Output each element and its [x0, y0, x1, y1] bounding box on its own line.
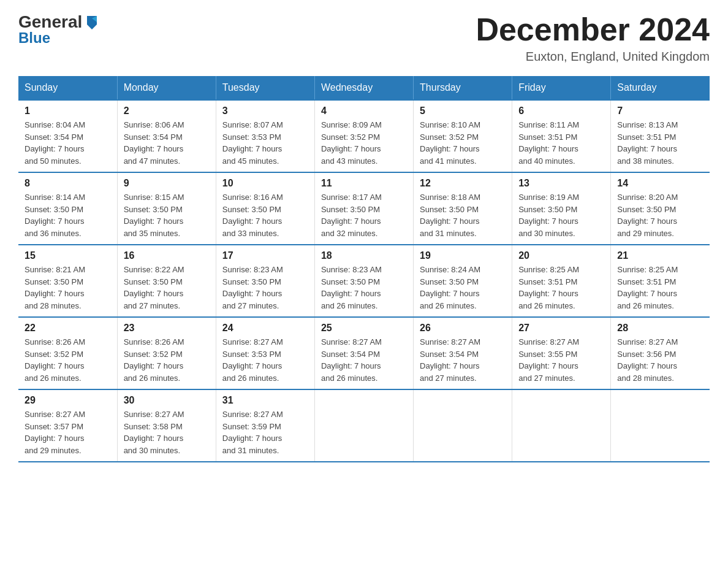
day-info: Sunrise: 8:26 AMSunset: 3:52 PMDaylight:… [124, 336, 210, 384]
calendar-cell: 20Sunrise: 8:25 AMSunset: 3:51 PMDayligh… [512, 245, 611, 317]
day-number: 29 [25, 395, 111, 406]
day-number: 31 [222, 395, 308, 406]
day-number: 14 [617, 178, 703, 189]
calendar-cell: 10Sunrise: 8:16 AMSunset: 3:50 PMDayligh… [216, 172, 314, 245]
calendar-cell: 27Sunrise: 8:27 AMSunset: 3:55 PMDayligh… [512, 317, 611, 389]
calendar-cell: 11Sunrise: 8:17 AMSunset: 3:50 PMDayligh… [314, 172, 413, 245]
day-number: 21 [617, 250, 703, 261]
day-info: Sunrise: 8:19 AMSunset: 3:50 PMDaylight:… [518, 191, 604, 239]
day-info: Sunrise: 8:27 AMSunset: 3:56 PMDaylight:… [617, 336, 703, 384]
calendar-week-row: 22Sunrise: 8:26 AMSunset: 3:52 PMDayligh… [18, 317, 710, 389]
day-info: Sunrise: 8:06 AMSunset: 3:54 PMDaylight:… [124, 119, 210, 167]
day-number: 9 [124, 178, 210, 189]
header-sunday: Sunday [18, 76, 117, 100]
calendar-cell [414, 389, 512, 462]
day-number: 2 [124, 105, 210, 117]
calendar-cell: 7Sunrise: 8:13 AMSunset: 3:51 PMDaylight… [611, 100, 710, 172]
day-number: 15 [25, 250, 111, 261]
day-number: 24 [222, 323, 308, 334]
calendar-cell: 26Sunrise: 8:27 AMSunset: 3:54 PMDayligh… [414, 317, 512, 389]
calendar-cell [611, 389, 710, 462]
header-tuesday: Tuesday [216, 76, 314, 100]
calendar-cell [314, 389, 413, 462]
day-info: Sunrise: 8:18 AMSunset: 3:50 PMDaylight:… [420, 191, 506, 239]
day-info: Sunrise: 8:27 AMSunset: 3:54 PMDaylight:… [321, 336, 407, 384]
main-title: December 2024 [476, 12, 710, 47]
day-number: 8 [25, 178, 111, 189]
header-friday: Friday [512, 76, 611, 100]
calendar-cell: 24Sunrise: 8:27 AMSunset: 3:53 PMDayligh… [216, 317, 314, 389]
day-info: Sunrise: 8:25 AMSunset: 3:51 PMDaylight:… [518, 264, 604, 312]
day-info: Sunrise: 8:27 AMSunset: 3:59 PMDaylight:… [222, 408, 308, 456]
day-number: 13 [518, 178, 604, 189]
calendar-cell: 8Sunrise: 8:14 AMSunset: 3:50 PMDaylight… [18, 172, 117, 245]
calendar-cell: 21Sunrise: 8:25 AMSunset: 3:51 PMDayligh… [611, 245, 710, 317]
calendar-cell: 1Sunrise: 8:04 AMSunset: 3:54 PMDaylight… [18, 100, 117, 172]
calendar-cell: 16Sunrise: 8:22 AMSunset: 3:50 PMDayligh… [117, 245, 216, 317]
calendar-week-row: 1Sunrise: 8:04 AMSunset: 3:54 PMDaylight… [18, 100, 710, 172]
calendar-week-row: 8Sunrise: 8:14 AMSunset: 3:50 PMDaylight… [18, 172, 710, 245]
calendar-week-row: 15Sunrise: 8:21 AMSunset: 3:50 PMDayligh… [18, 245, 710, 317]
day-info: Sunrise: 8:23 AMSunset: 3:50 PMDaylight:… [222, 264, 308, 312]
calendar-header-row: SundayMondayTuesdayWednesdayThursdayFrid… [18, 76, 710, 100]
calendar-cell: 5Sunrise: 8:10 AMSunset: 3:52 PMDaylight… [414, 100, 512, 172]
day-number: 22 [25, 323, 111, 334]
day-number: 17 [222, 250, 308, 261]
day-number: 10 [222, 178, 308, 189]
day-number: 6 [518, 105, 604, 117]
calendar-cell: 13Sunrise: 8:19 AMSunset: 3:50 PMDayligh… [512, 172, 611, 245]
header-saturday: Saturday [611, 76, 710, 100]
calendar-cell: 3Sunrise: 8:07 AMSunset: 3:53 PMDaylight… [216, 100, 314, 172]
day-number: 12 [420, 178, 506, 189]
calendar-cell: 4Sunrise: 8:09 AMSunset: 3:52 PMDaylight… [314, 100, 413, 172]
day-info: Sunrise: 8:27 AMSunset: 3:55 PMDaylight:… [518, 336, 604, 384]
calendar-cell [512, 389, 611, 462]
calendar-week-row: 29Sunrise: 8:27 AMSunset: 3:57 PMDayligh… [18, 389, 710, 462]
day-info: Sunrise: 8:23 AMSunset: 3:50 PMDaylight:… [321, 264, 407, 312]
calendar-cell: 25Sunrise: 8:27 AMSunset: 3:54 PMDayligh… [314, 317, 413, 389]
day-info: Sunrise: 8:27 AMSunset: 3:58 PMDaylight:… [124, 408, 210, 456]
header-thursday: Thursday [414, 76, 512, 100]
calendar-cell: 19Sunrise: 8:24 AMSunset: 3:50 PMDayligh… [414, 245, 512, 317]
calendar-cell: 2Sunrise: 8:06 AMSunset: 3:54 PMDaylight… [117, 100, 216, 172]
calendar-cell: 29Sunrise: 8:27 AMSunset: 3:57 PMDayligh… [18, 389, 117, 462]
day-info: Sunrise: 8:09 AMSunset: 3:52 PMDaylight:… [321, 119, 407, 167]
day-info: Sunrise: 8:20 AMSunset: 3:50 PMDaylight:… [617, 191, 703, 239]
logo: General Blue [18, 12, 100, 47]
day-number: 4 [321, 105, 407, 117]
day-info: Sunrise: 8:14 AMSunset: 3:50 PMDaylight:… [25, 191, 111, 239]
day-number: 27 [518, 323, 604, 334]
day-number: 11 [321, 178, 407, 189]
calendar-cell: 28Sunrise: 8:27 AMSunset: 3:56 PMDayligh… [611, 317, 710, 389]
calendar-cell: 6Sunrise: 8:11 AMSunset: 3:51 PMDaylight… [512, 100, 611, 172]
page-header: General Blue December 2024 Euxton, Engla… [18, 12, 710, 64]
day-info: Sunrise: 8:15 AMSunset: 3:50 PMDaylight:… [124, 191, 210, 239]
day-info: Sunrise: 8:26 AMSunset: 3:52 PMDaylight:… [25, 336, 111, 384]
day-number: 28 [617, 323, 703, 334]
logo-blue-text: Blue [18, 29, 50, 47]
day-number: 25 [321, 323, 407, 334]
day-info: Sunrise: 8:27 AMSunset: 3:57 PMDaylight:… [25, 408, 111, 456]
day-number: 16 [124, 250, 210, 261]
day-info: Sunrise: 8:24 AMSunset: 3:50 PMDaylight:… [420, 264, 506, 312]
calendar-cell: 17Sunrise: 8:23 AMSunset: 3:50 PMDayligh… [216, 245, 314, 317]
calendar-table: SundayMondayTuesdayWednesdayThursdayFrid… [18, 76, 710, 462]
day-number: 7 [617, 105, 703, 117]
calendar-cell: 31Sunrise: 8:27 AMSunset: 3:59 PMDayligh… [216, 389, 314, 462]
title-section: December 2024 Euxton, England, United Ki… [476, 12, 710, 64]
day-info: Sunrise: 8:07 AMSunset: 3:53 PMDaylight:… [222, 119, 308, 167]
day-number: 23 [124, 323, 210, 334]
calendar-cell: 30Sunrise: 8:27 AMSunset: 3:58 PMDayligh… [117, 389, 216, 462]
calendar-cell: 23Sunrise: 8:26 AMSunset: 3:52 PMDayligh… [117, 317, 216, 389]
day-info: Sunrise: 8:22 AMSunset: 3:50 PMDaylight:… [124, 264, 210, 312]
calendar-cell: 15Sunrise: 8:21 AMSunset: 3:50 PMDayligh… [18, 245, 117, 317]
subtitle: Euxton, England, United Kingdom [476, 50, 710, 64]
header-monday: Monday [117, 76, 216, 100]
day-number: 20 [518, 250, 604, 261]
day-info: Sunrise: 8:27 AMSunset: 3:54 PMDaylight:… [420, 336, 506, 384]
day-number: 26 [420, 323, 506, 334]
day-info: Sunrise: 8:27 AMSunset: 3:53 PMDaylight:… [222, 336, 308, 384]
day-info: Sunrise: 8:04 AMSunset: 3:54 PMDaylight:… [25, 119, 111, 167]
day-info: Sunrise: 8:16 AMSunset: 3:50 PMDaylight:… [222, 191, 308, 239]
header-wednesday: Wednesday [314, 76, 413, 100]
